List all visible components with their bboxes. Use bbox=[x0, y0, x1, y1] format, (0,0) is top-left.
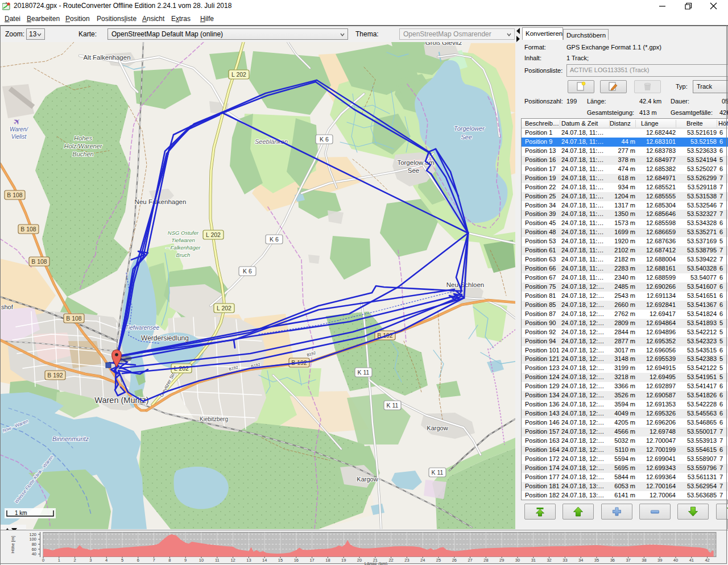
svg-text:1: 1 bbox=[58, 558, 60, 563]
svg-text:120: 120 bbox=[29, 532, 36, 537]
svg-text:22: 22 bbox=[388, 558, 393, 563]
svg-text:14: 14 bbox=[262, 558, 267, 563]
svg-text:41: 41 bbox=[689, 558, 694, 563]
svg-text:100: 100 bbox=[29, 537, 36, 542]
svg-text:8: 8 bbox=[168, 558, 171, 563]
svg-text:Vielist: Vielist bbox=[11, 134, 27, 140]
svg-text:38: 38 bbox=[642, 558, 646, 563]
svg-text:39: 39 bbox=[657, 558, 662, 563]
svg-text:Waren/: Waren/ bbox=[10, 126, 28, 132]
svg-text:7: 7 bbox=[153, 558, 155, 563]
svg-text:Kiebitzberg: Kiebitzberg bbox=[200, 416, 228, 422]
svg-text:B 108: B 108 bbox=[7, 192, 23, 198]
svg-text:27: 27 bbox=[468, 558, 472, 563]
svg-text:12: 12 bbox=[230, 558, 235, 563]
svg-text:25: 25 bbox=[436, 558, 441, 563]
svg-text:24: 24 bbox=[420, 558, 425, 563]
svg-text:Seeblänken: Seeblänken bbox=[255, 138, 288, 145]
svg-text:37: 37 bbox=[626, 558, 630, 563]
svg-text:13: 13 bbox=[246, 558, 251, 563]
svg-text:B 108: B 108 bbox=[20, 226, 36, 232]
svg-text:Torgelow am: Torgelow am bbox=[397, 159, 434, 166]
svg-text:Hohes: Hohes bbox=[74, 135, 92, 142]
svg-text:B 192: B 192 bbox=[47, 372, 63, 379]
svg-text:34: 34 bbox=[578, 558, 583, 563]
svg-text:9: 9 bbox=[184, 558, 187, 563]
svg-text:Länge (km): Länge (km) bbox=[365, 561, 388, 565]
svg-text:L 202: L 202 bbox=[231, 71, 246, 78]
svg-text:11: 11 bbox=[215, 558, 220, 563]
svg-text:31: 31 bbox=[531, 558, 536, 563]
svg-text:Kargow: Kargow bbox=[357, 476, 378, 483]
svg-text:0: 0 bbox=[42, 558, 44, 563]
svg-text:Torgelower: Torgelower bbox=[454, 125, 485, 132]
svg-text:42: 42 bbox=[705, 558, 709, 563]
svg-text:Bruch: Bruch bbox=[176, 252, 191, 258]
svg-text:17: 17 bbox=[309, 558, 314, 563]
svg-text:Kargow: Kargow bbox=[427, 425, 448, 431]
svg-text:16: 16 bbox=[294, 558, 299, 563]
svg-text:K 11: K 11 bbox=[387, 402, 399, 409]
svg-text:K 11: K 11 bbox=[432, 469, 444, 476]
svg-text:B 108: B 108 bbox=[66, 315, 82, 322]
svg-text:K 6: K 6 bbox=[243, 268, 252, 275]
svg-text:80: 80 bbox=[32, 542, 36, 547]
svg-text:35: 35 bbox=[594, 558, 599, 563]
svg-text:4: 4 bbox=[105, 558, 107, 563]
svg-text:Tiefwaren: Tiefwaren bbox=[171, 237, 195, 243]
svg-text:shof: shof bbox=[1, 304, 14, 310]
svg-text:15: 15 bbox=[278, 558, 283, 563]
svg-text:18: 18 bbox=[325, 558, 330, 563]
svg-text:Alt Falkenhagen: Alt Falkenhagen bbox=[83, 54, 130, 61]
svg-text:Höhe [m]: Höhe [m] bbox=[10, 536, 15, 553]
svg-text:2: 2 bbox=[74, 558, 76, 563]
svg-text:B 108: B 108 bbox=[31, 258, 47, 265]
svg-text:See: See bbox=[461, 134, 472, 140]
svg-text:NSG Ostufer: NSG Ostufer bbox=[168, 230, 199, 236]
svg-text:Tiefwarensee: Tiefwarensee bbox=[125, 325, 159, 331]
svg-text:5: 5 bbox=[121, 558, 123, 563]
svg-text:29: 29 bbox=[499, 558, 504, 563]
svg-text:See: See bbox=[408, 167, 419, 174]
svg-text:Binnenmüritz: Binnenmüritz bbox=[52, 435, 89, 442]
svg-text:Neu Falkenhagen: Neu Falkenhagen bbox=[135, 198, 187, 205]
svg-text:Groß Gievitz: Groß Gievitz bbox=[425, 42, 462, 46]
svg-text:L 202: L 202 bbox=[206, 231, 221, 238]
svg-text:Holz/Warener: Holz/Warener bbox=[64, 143, 102, 149]
svg-text:1 km: 1 km bbox=[15, 510, 27, 516]
svg-text:L 202: L 202 bbox=[217, 305, 231, 311]
svg-text:33: 33 bbox=[562, 558, 567, 563]
svg-text:K 6: K 6 bbox=[270, 236, 279, 243]
svg-text:40: 40 bbox=[673, 558, 678, 563]
svg-text:40: 40 bbox=[32, 551, 36, 556]
svg-text:36: 36 bbox=[610, 558, 615, 563]
svg-text:Buchen: Buchen bbox=[72, 151, 93, 157]
svg-text:K 11: K 11 bbox=[358, 369, 370, 376]
svg-text:10: 10 bbox=[199, 558, 204, 563]
svg-text:20: 20 bbox=[357, 558, 362, 563]
svg-text:30: 30 bbox=[515, 558, 520, 563]
svg-text:Werdersiedlung: Werdersiedlung bbox=[141, 334, 189, 342]
svg-text:K 6: K 6 bbox=[320, 136, 329, 143]
svg-text:28: 28 bbox=[483, 558, 488, 563]
svg-text:60: 60 bbox=[32, 547, 36, 552]
svg-text:26: 26 bbox=[452, 558, 457, 563]
svg-text:– Falkenhäger: – Falkenhäger bbox=[166, 244, 201, 251]
svg-text:32: 32 bbox=[547, 558, 551, 563]
svg-text:6: 6 bbox=[137, 558, 139, 563]
svg-text:23: 23 bbox=[404, 558, 409, 563]
svg-text:19: 19 bbox=[341, 558, 346, 563]
svg-text:3: 3 bbox=[89, 558, 92, 563]
